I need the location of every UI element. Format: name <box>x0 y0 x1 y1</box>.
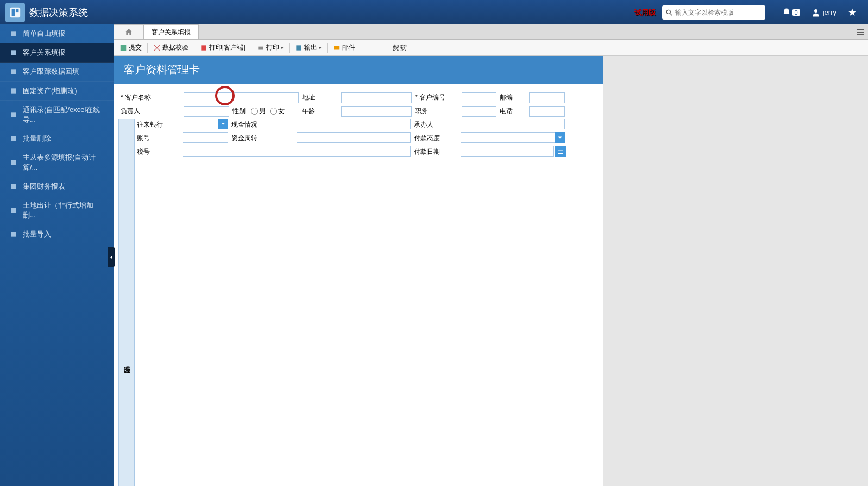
trial-badge: 试用版 <box>634 8 656 17</box>
lbl-age: 年龄 <box>300 105 340 117</box>
input-cust-name[interactable] <box>184 92 299 103</box>
validate-button[interactable]: 数据校验 <box>150 42 192 53</box>
search-input[interactable] <box>675 9 762 16</box>
export-icon <box>295 44 303 52</box>
svg-rect-2 <box>16 9 18 11</box>
lbl-phone: 电话 <box>498 105 528 117</box>
svg-rect-18 <box>11 184 16 189</box>
lbl-postcode: 邮编 <box>498 91 528 104</box>
input-account[interactable] <box>183 132 228 143</box>
lbl-cust-name: 客户名称 <box>118 91 183 104</box>
input-phone[interactable] <box>529 106 565 117</box>
svg-rect-28 <box>334 46 339 49</box>
svg-rect-1 <box>12 9 15 16</box>
template-search[interactable] <box>662 5 765 20</box>
check-icon <box>153 44 161 52</box>
input-tax[interactable] <box>183 146 411 157</box>
select-bank[interactable] <box>183 119 228 131</box>
input-owner[interactable] <box>184 106 229 117</box>
sidebar-sub-finance[interactable]: 集团财务报表 <box>0 177 114 196</box>
home-icon <box>124 28 133 36</box>
sidebar-sub-import[interactable]: 批量导入 <box>0 225 114 244</box>
input-pay-date[interactable] <box>461 146 554 157</box>
submit-button[interactable]: 提交 <box>116 42 145 53</box>
sidebar-sub-asset[interactable]: 固定资产(增删改) <box>0 82 114 101</box>
input-position[interactable] <box>462 106 496 117</box>
export-dropdown[interactable]: 输出 <box>292 42 325 53</box>
sidebar-sub-master[interactable]: 主从表多源填报(自动计算/... <box>0 148 114 177</box>
input-postcode[interactable] <box>529 92 565 103</box>
svg-rect-12 <box>11 50 16 55</box>
lbl-account: 账号 <box>135 132 181 145</box>
calendar-icon <box>557 148 564 154</box>
svg-rect-13 <box>11 69 16 74</box>
svg-rect-14 <box>11 88 16 93</box>
svg-rect-17 <box>11 160 16 165</box>
svg-rect-15 <box>11 112 16 117</box>
mail-icon <box>333 44 341 52</box>
svg-rect-19 <box>11 208 16 213</box>
input-cash[interactable] <box>297 119 411 129</box>
input-cust-no[interactable] <box>462 92 496 103</box>
sidebar-sub-track[interactable]: 客户跟踪数据回填 <box>0 63 114 82</box>
sidebar-sub-simple[interactable]: 简单自由填报 <box>0 24 114 43</box>
input-handler[interactable] <box>461 119 565 129</box>
print-client-icon <box>200 44 207 52</box>
username: jerry <box>823 8 836 16</box>
star-icon <box>847 8 857 17</box>
svg-rect-26 <box>258 46 263 49</box>
svg-rect-24 <box>121 45 127 51</box>
section-finance: 金融情况 <box>118 119 135 486</box>
lbl-cust-no: 客户编号 <box>413 91 461 104</box>
sidebar-collapse-button[interactable] <box>108 247 115 267</box>
svg-rect-27 <box>296 45 301 50</box>
user-menu[interactable]: jerry <box>811 8 836 17</box>
svg-line-4 <box>670 13 672 15</box>
tab-bar: 客户关系填报 <box>114 24 868 40</box>
search-icon <box>665 9 673 16</box>
lbl-tax: 税号 <box>135 146 181 158</box>
input-age[interactable] <box>341 106 412 117</box>
tab-home[interactable] <box>114 24 144 39</box>
input-address[interactable] <box>341 92 412 103</box>
form-title: 客户资料管理卡 <box>114 56 603 84</box>
radio-male[interactable]: 男 <box>251 107 266 116</box>
svg-rect-16 <box>11 136 16 141</box>
sidebar-sub-land[interactable]: 土地出让（非行式增加删... <box>0 196 114 225</box>
favorites-button[interactable] <box>847 8 857 17</box>
calendar-button-paydate[interactable] <box>555 146 566 157</box>
save-icon <box>119 44 127 52</box>
chevron-down-icon[interactable] <box>555 132 565 143</box>
sidebar-sub-batchdel[interactable]: 批量删除 <box>0 129 114 148</box>
form-toolbar: 提交 数据校验 打印[客户端] 打印 输出 邮件 帆软 <box>114 40 868 56</box>
lbl-pay-attitude: 付款态度 <box>412 132 460 145</box>
print-client-button[interactable]: 打印[客户端] <box>197 42 249 53</box>
lbl-owner: 负责人 <box>118 105 183 117</box>
sidebar-nav: 主题分析 报表展示 统计图表 参数查询 填报录入 简单自由填报 客户关系填报 客… <box>0 24 114 486</box>
mail-button[interactable]: 邮件 <box>330 42 358 53</box>
chevron-down-icon[interactable] <box>218 119 228 129</box>
lbl-position: 职务 <box>413 105 461 117</box>
toolbar-brand: 帆软 <box>392 43 406 53</box>
tab-customer-form[interactable]: 客户关系填报 <box>143 24 199 39</box>
input-turnover[interactable] <box>297 132 411 143</box>
tab-menu-button[interactable] <box>853 24 868 39</box>
menu-icon <box>856 28 865 36</box>
sidebar-sub-customer[interactable]: 客户关系填报 <box>0 43 114 63</box>
select-pay-attitude[interactable] <box>461 132 565 145</box>
svg-point-3 <box>666 10 670 14</box>
lbl-bank: 往来银行 <box>135 119 181 131</box>
sidebar-sub-contact[interactable]: 通讯录(自匹配/excel在线导... <box>0 101 114 129</box>
svg-rect-25 <box>201 45 206 50</box>
lbl-handler: 承办人 <box>412 119 460 131</box>
print-icon <box>257 44 265 52</box>
lbl-pay-date: 付款日期 <box>412 146 460 158</box>
print-dropdown[interactable]: 打印 <box>254 42 287 53</box>
user-icon <box>811 8 821 17</box>
svg-rect-29 <box>558 149 563 154</box>
app-logo <box>5 3 25 22</box>
radio-female[interactable]: 女 <box>270 107 285 116</box>
notifications-button[interactable]: 0 <box>782 8 800 17</box>
main-area: 客户关系填报 提交 数据校验 打印[客户端] 打印 输出 邮件 帆软 客户资料管… <box>114 24 868 486</box>
chevron-left-icon <box>109 254 114 260</box>
